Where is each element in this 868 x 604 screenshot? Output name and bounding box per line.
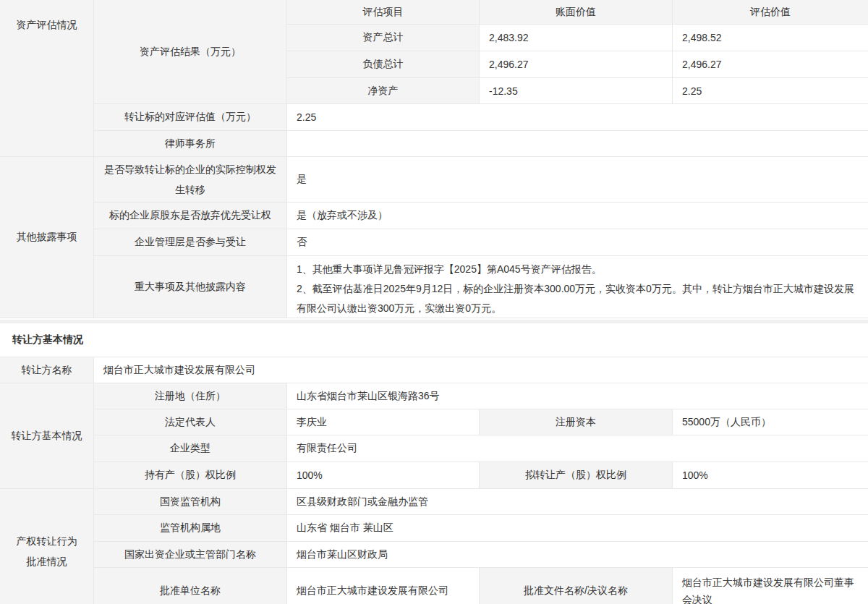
field-label: 标的企业原股东是否放弃优先受让权 xyxy=(94,203,287,229)
table-row-registered-address: 注册地（住所） 山东省烟台市莱山区银海路36号 xyxy=(94,383,868,409)
cell-eval-value: 2,498.52 xyxy=(673,25,868,51)
group-label-transferor-details: 转让方基本情况 xyxy=(0,383,94,488)
table-row-eval-value: 转让标的对应评估值（万元） 2.25 xyxy=(94,104,868,131)
field-label: 企业管理层是否参与受让 xyxy=(94,229,287,255)
table-row-supervision-org: 国资监管机构 区县级财政部门或金融办监管 xyxy=(94,489,868,515)
row-label: 资产总计 xyxy=(287,25,480,51)
field-label-approval-unit: 批准单位名称 xyxy=(94,568,287,604)
section-other-disclosure: 其他披露事项 是否导致转让标的企业的实际控制权发生转移 是 标的企业原股东是否放… xyxy=(0,157,868,318)
row-label: 负债总计 xyxy=(287,51,480,77)
row-label: 净资产 xyxy=(287,78,480,103)
cell-book-value: -12.35 xyxy=(480,78,673,103)
table-row-approval-unit: 批准单位名称 烟台市正大城市建设发展有限公司 批准文件名称/决议名称 烟台市正大… xyxy=(94,568,868,604)
field-label-approval-doc: 批准文件名称/决议名称 xyxy=(480,568,673,604)
field-value: 烟台市正大城市建设发展有限公司 xyxy=(94,357,868,383)
asset-eval-subtable: 评估项目 账面价值 评估价值 资产总计 2,483.92 2,498.52 负债… xyxy=(287,0,868,103)
field-value-major-matters: 1、其他重大事项详见鲁冠评报字【2025】第A045号资产评估报告。 2、截至评… xyxy=(287,256,868,318)
field-label: 注册地（住所） xyxy=(94,383,287,409)
section-other-disclosure-body: 是否导致转让标的企业的实际控制权发生转移 是 标的企业原股东是否放弃优先受让权 … xyxy=(94,157,868,318)
section-asset-eval-body: 资产评估结果（万元） 评估项目 账面价值 评估价值 资产总计 2,483.92 … xyxy=(94,0,868,156)
cell-eval-value: 2,496.27 xyxy=(673,51,868,77)
table-row-management-participation: 企业管理层是否参与受让 否 xyxy=(94,229,868,256)
cell-eval-value: 2.25 xyxy=(673,78,868,103)
field-label-hold-ratio: 持有产（股）权比例 xyxy=(94,462,287,488)
cell-book-value: 2,496.27 xyxy=(480,51,673,77)
table-row-control-transfer: 是否导致转让标的企业的实际控制权发生转移 是 xyxy=(94,157,868,203)
major-matter-line-1: 1、其他重大事项详见鲁冠评报字【2025】第A045号资产评估报告。 xyxy=(297,260,859,279)
field-label-registered-capital: 注册资本 xyxy=(480,409,673,435)
section-transferor-details: 转让方基本情况 注册地（住所） 山东省烟台市莱山区银海路36号 法定代表人 李庆… xyxy=(0,383,868,489)
table-row-supervision-location: 监管机构属地 山东省 烟台市 莱山区 xyxy=(94,515,868,542)
cell-book-value: 2,483.92 xyxy=(480,25,673,51)
section-approval-body: 国资监管机构 区县级财政部门或金融办监管 监管机构属地 山东省 烟台市 莱山区 … xyxy=(94,489,868,604)
group-label-other-disclosure: 其他披露事项 xyxy=(0,157,94,318)
field-value: 是 xyxy=(287,157,868,202)
field-value: 区县级财政部门或金融办监管 xyxy=(287,489,868,514)
field-value xyxy=(287,131,868,156)
field-value: 否 xyxy=(287,229,868,255)
asset-eval-result-block: 资产评估结果（万元） 评估项目 账面价值 评估价值 资产总计 2,483.92 … xyxy=(94,0,868,104)
table-row-total-liabilities: 负债总计 2,496.27 2,496.27 xyxy=(287,51,868,78)
field-value-approval-unit: 烟台市正大城市建设发展有限公司 xyxy=(287,568,480,604)
subtable-header-row: 评估项目 账面价值 评估价值 xyxy=(287,0,868,25)
field-label-eval-result: 资产评估结果（万元） xyxy=(94,0,287,103)
field-label: 国家出资企业或主管部门名称 xyxy=(94,542,287,567)
field-label: 转让方名称 xyxy=(0,357,94,383)
field-label: 是否导致转让标的企业的实际控制权发生转移 xyxy=(94,157,287,202)
col-header-book-value: 账面价值 xyxy=(480,0,673,24)
field-label: 重大事项及其他披露内容 xyxy=(94,256,287,318)
table-row-enterprise-type: 企业类型 有限责任公司 xyxy=(94,435,868,462)
field-label: 企业类型 xyxy=(94,435,287,461)
field-label: 律师事务所 xyxy=(94,131,287,156)
section-transferor-details-body: 注册地（住所） 山东省烟台市莱山区银海路36号 法定代表人 李庆业 注册资本 5… xyxy=(94,383,868,488)
field-value: 是（放弃或不涉及） xyxy=(287,203,868,229)
field-value-approval-doc: 烟台市正大城市建设发展有限公司董事会决议 xyxy=(673,568,868,604)
group-label-asset-eval: 资产评估情况 xyxy=(0,0,94,156)
table-row-state-funded-enterprise: 国家出资企业或主管部门名称 烟台市莱山区财政局 xyxy=(94,542,868,568)
field-value: 有限责任公司 xyxy=(287,435,868,461)
field-label-legal-rep: 法定代表人 xyxy=(94,409,287,435)
section-approval: 产权转让行为批准情况 国资监管机构 区县级财政部门或金融办监管 监管机构属地 山… xyxy=(0,489,868,604)
col-header-eval-item: 评估项目 xyxy=(287,0,480,24)
property-transfer-disclosure-table: 资产评估情况 资产评估结果（万元） 评估项目 账面价值 评估价值 资产总计 2,… xyxy=(0,0,868,604)
table-row-major-matters: 重大事项及其他披露内容 1、其他重大事项详见鲁冠评报字【2025】第A045号资… xyxy=(94,256,868,318)
field-value: 山东省 烟台市 莱山区 xyxy=(287,515,868,541)
table-row-net-assets: 净资产 -12.35 2.25 xyxy=(287,78,868,103)
field-value: 山东省烟台市莱山区银海路36号 xyxy=(287,383,868,409)
major-matter-line-2: 2、截至评估基准日2025年9月12日，标的企业注册资本300.00万元，实收资… xyxy=(297,279,859,318)
col-header-eval-value: 评估价值 xyxy=(673,0,868,24)
table-row-equity-ratio: 持有产（股）权比例 100% 拟转让产（股）权比例 100% xyxy=(94,462,868,488)
group-label-approval: 产权转让行为批准情况 xyxy=(0,489,94,604)
table-row-total-assets: 资产总计 2,483.92 2,498.52 xyxy=(287,25,868,51)
table-row-waive-preemptive: 标的企业原股东是否放弃优先受让权 是（放弃或不涉及） xyxy=(94,203,868,229)
field-value-legal-rep: 李庆业 xyxy=(287,409,480,435)
table-row-legal-rep: 法定代表人 李庆业 注册资本 55000万（人民币） xyxy=(94,409,868,435)
field-label: 转让标的对应评估值（万元） xyxy=(94,104,287,130)
table-row-law-firm: 律师事务所 xyxy=(94,131,868,156)
field-value-registered-capital: 55000万（人民币） xyxy=(673,409,868,435)
field-value: 烟台市莱山区财政局 xyxy=(287,542,868,567)
field-value: 2.25 xyxy=(287,104,868,130)
table-row-transferor-name: 转让方名称 烟台市正大城市建设发展有限公司 xyxy=(0,357,868,383)
field-label: 监管机构属地 xyxy=(94,515,287,541)
field-label: 国资监管机构 xyxy=(94,489,287,514)
section-asset-eval: 资产评估情况 资产评估结果（万元） 评估项目 账面价值 评估价值 资产总计 2,… xyxy=(0,0,868,157)
field-label-transfer-ratio: 拟转让产（股）权比例 xyxy=(480,462,673,488)
field-value-hold-ratio: 100% xyxy=(287,462,480,488)
field-value-transfer-ratio: 100% xyxy=(673,462,868,488)
section-title-transferor: 转让方基本情况 xyxy=(0,323,868,357)
